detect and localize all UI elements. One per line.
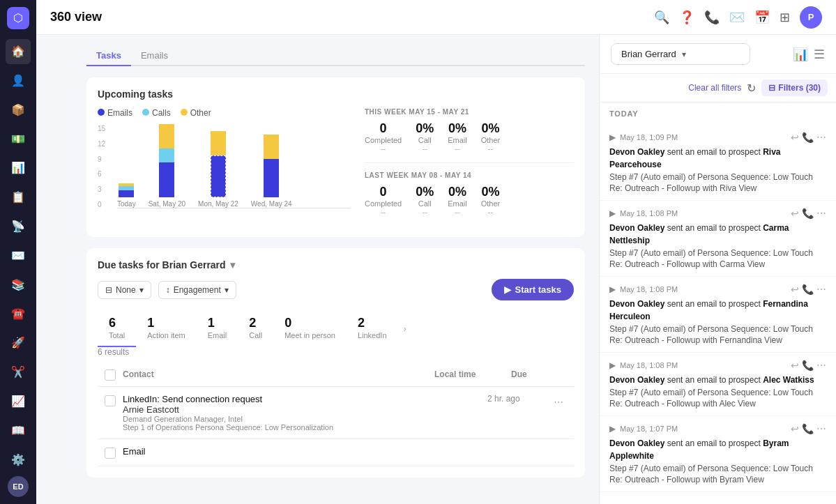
sidebar-item-calls[interactable]: ☎️ bbox=[6, 301, 31, 326]
contact-role-0: Demand Generation Manager, Intel bbox=[123, 415, 404, 423]
sidebar-item-library[interactable]: 📚 bbox=[6, 272, 31, 297]
count-tab-linkedin[interactable]: 2 LinkedIn bbox=[347, 310, 398, 347]
user-avatar[interactable]: ED bbox=[8, 476, 29, 497]
sidebar: ⬡ 🏠 👤 📦 💵 📊 📋 📡 ✉️ 📚 ☎️ 🚀 ✂️ 📈 📖 ⚙️ ED bbox=[0, 0, 36, 504]
sidebar-item-playbooks[interactable]: 📖 bbox=[6, 418, 31, 443]
more-options-button-0[interactable]: ⋯ bbox=[550, 394, 567, 411]
call-icon-4[interactable]: 📞 bbox=[802, 423, 814, 434]
filter-none-chevron: ▾ bbox=[139, 285, 144, 295]
view-link-1[interactable]: View bbox=[747, 259, 765, 269]
call-icon-2[interactable]: 📞 bbox=[802, 284, 814, 295]
engagement-icon: ↕ bbox=[166, 285, 170, 295]
person-selector[interactable]: Brian Gerrard ▾ bbox=[611, 43, 750, 65]
sidebar-item-settings[interactable]: ⚙️ bbox=[6, 447, 31, 472]
count-tab-meet[interactable]: 0 Meet in person bbox=[273, 310, 347, 347]
view-link-3[interactable]: View bbox=[738, 399, 756, 408]
phone-icon[interactable]: 📞 bbox=[704, 10, 720, 25]
more-icon-3[interactable]: ⋯ bbox=[816, 360, 826, 371]
chart-section: Upcoming tasks Emails Calls Other 15 12 bbox=[86, 77, 585, 237]
last-week-email: 0% Email -- bbox=[448, 185, 467, 216]
refresh-icon[interactable]: ↻ bbox=[747, 82, 756, 95]
contact-name-0[interactable]: Arnie Eastcott bbox=[123, 404, 404, 415]
filter-engagement-label: Engagement bbox=[174, 285, 221, 295]
row-checkbox-0[interactable] bbox=[105, 395, 116, 406]
reply-icon-0[interactable]: ↩ bbox=[791, 132, 799, 143]
sidebar-item-messages[interactable]: ✉️ bbox=[6, 243, 31, 268]
filters-button[interactable]: ⊟ Filters (30) bbox=[761, 79, 828, 96]
more-icon-1[interactable]: ⋯ bbox=[816, 208, 826, 219]
sidebar-item-tools[interactable]: ✂️ bbox=[6, 360, 31, 385]
contact-header: Contact bbox=[123, 369, 427, 379]
count-tab-call[interactable]: 2 Call bbox=[238, 310, 273, 347]
activity-sub-3: Re: Outreach - Followup with Alec View bbox=[609, 399, 826, 408]
call-icon-1[interactable]: 📞 bbox=[802, 208, 814, 219]
activity-step-1: Step #7 (Auto email) of Persona Sequence… bbox=[609, 248, 826, 258]
count-tab-total[interactable]: 6 Total bbox=[98, 310, 136, 347]
sidebar-item-reports[interactable]: 📈 bbox=[6, 388, 31, 413]
count-tab-email[interactable]: 1 Email bbox=[197, 310, 238, 347]
meet-count: 0 bbox=[284, 316, 335, 330]
call-icon-0[interactable]: 📞 bbox=[802, 132, 814, 143]
last-week-stats: 0 Completed -- 0% Call -- 0% bbox=[365, 185, 574, 216]
row-checkbox-1[interactable] bbox=[105, 448, 116, 459]
start-tasks-button[interactable]: ▶ Start tasks bbox=[492, 279, 574, 300]
row-actions-0: ⋯ bbox=[550, 394, 567, 411]
user-avatar-topbar[interactable]: P bbox=[800, 6, 822, 29]
activity-sub-2: Re: Outreach - Followup with Fernandina … bbox=[609, 335, 826, 345]
selector-chevron-icon: ▾ bbox=[682, 49, 686, 59]
sidebar-item-sequences[interactable]: 🚀 bbox=[6, 330, 31, 356]
bar-chart-icon[interactable]: 📊 bbox=[793, 47, 808, 62]
activity-sub-1: Re: Outreach - Followup with Carma View bbox=[609, 259, 826, 269]
view-link-0[interactable]: View bbox=[738, 183, 757, 193]
activity-actions-4: ↩ 📞 ⋯ bbox=[791, 423, 826, 434]
sidebar-item-contacts[interactable]: 👤 bbox=[6, 68, 31, 93]
sidebar-item-deals[interactable]: 📦 bbox=[6, 97, 31, 122]
count-tab-action-item[interactable]: 1 Action item bbox=[136, 310, 196, 347]
reply-icon-3[interactable]: ↩ bbox=[791, 360, 799, 371]
help-icon[interactable]: ❓ bbox=[679, 10, 694, 25]
select-all-checkbox[interactable] bbox=[105, 369, 116, 381]
search-icon[interactable]: 🔍 bbox=[654, 10, 669, 25]
reply-icon-4[interactable]: ↩ bbox=[791, 423, 799, 434]
filter-none-button[interactable]: ⊟ None ▾ bbox=[98, 281, 151, 299]
tab-tasks[interactable]: Tasks bbox=[86, 46, 131, 66]
sidebar-item-home[interactable]: 🏠 bbox=[6, 39, 31, 64]
activity-sub-4: Re: Outreach - Followup with Byram View bbox=[609, 475, 826, 484]
sidebar-item-tasks[interactable]: 📋 bbox=[6, 185, 31, 210]
page-title: 360 view bbox=[50, 10, 654, 24]
view-link-4[interactable]: View bbox=[746, 475, 764, 484]
calendar-icon[interactable]: 📅 bbox=[754, 10, 770, 25]
bar-wed-other bbox=[264, 135, 279, 159]
activity-text-2: Devon Oakley sent an email to prospect F… bbox=[609, 298, 826, 323]
clear-filters-button[interactable]: Clear all filters bbox=[688, 83, 741, 93]
grid-icon[interactable]: ⊞ bbox=[780, 10, 790, 25]
due-tasks-section: Due tasks for Brian Gerrard ▾ ⊟ None ▾ ↕… bbox=[86, 248, 585, 478]
reply-icon-1[interactable]: ↩ bbox=[791, 208, 799, 219]
email-icon[interactable]: ✉️ bbox=[729, 10, 745, 25]
reply-icon-2[interactable]: ↩ bbox=[791, 284, 799, 295]
bar-chart-container: Emails Calls Other 15 12 9 6 3 0 bbox=[98, 108, 351, 226]
tab-emails[interactable]: Emails bbox=[131, 46, 178, 66]
list-view-icon[interactable]: ☰ bbox=[814, 47, 825, 62]
bar-mon-label: Mon, May 22 bbox=[198, 200, 238, 208]
count-tabs: 6 Total 1 Action item 1 Email 2 Call 0 bbox=[98, 310, 574, 347]
filter-engagement-button[interactable]: ↕ Engagement ▾ bbox=[158, 281, 236, 299]
sidebar-item-signals[interactable]: 📡 bbox=[6, 214, 31, 239]
call-icon-3[interactable]: 📞 bbox=[802, 360, 814, 371]
sidebar-item-analytics[interactable]: 📊 bbox=[6, 155, 31, 181]
left-content: Tasks Emails Upcoming tasks Emails Calls… bbox=[73, 35, 599, 504]
activity-feed: ▶ May 18, 1:09 PM ↩ 📞 ⋯ Devon Oakley sen… bbox=[600, 125, 836, 504]
last-week-other: 0% Other -- bbox=[481, 185, 501, 216]
activity-item-2: ▶ May 18, 1:08 PM ↩ 📞 ⋯ Devon Oakley sen… bbox=[600, 277, 836, 353]
sidebar-item-revenue[interactable]: 💵 bbox=[6, 126, 31, 151]
chevron-down-icon[interactable]: ▾ bbox=[230, 259, 235, 270]
view-link-2[interactable]: View bbox=[764, 335, 782, 345]
activity-actions-1: ↩ 📞 ⋯ bbox=[791, 208, 826, 219]
more-icon-0[interactable]: ⋯ bbox=[816, 132, 826, 143]
today-label: TODAY bbox=[600, 102, 836, 125]
topbar-icons: 🔍 ❓ 📞 ✉️ 📅 ⊞ P bbox=[654, 6, 822, 29]
table-row-1: Email bbox=[98, 439, 574, 466]
more-icon-4[interactable]: ⋯ bbox=[816, 423, 826, 434]
more-icon-2[interactable]: ⋯ bbox=[816, 284, 826, 295]
count-tabs-chevron[interactable]: › bbox=[404, 323, 406, 334]
